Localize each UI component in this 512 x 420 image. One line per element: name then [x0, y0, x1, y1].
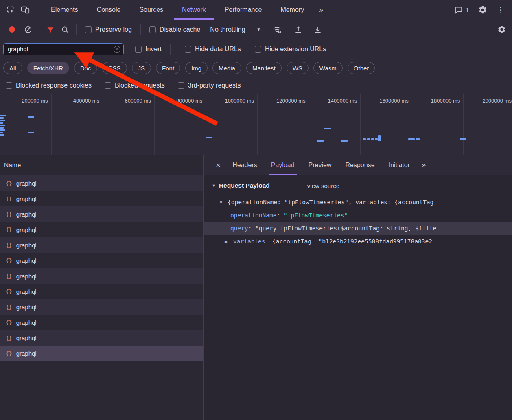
tab-preview[interactable]: Preview [309, 155, 332, 175]
request-mark [378, 135, 381, 141]
more-tabs-chevron-icon[interactable]: » [313, 0, 329, 20]
checkbox-label: 3rd-party requests [188, 82, 241, 89]
tab-console[interactable]: Console [88, 0, 130, 20]
inspect-element-icon[interactable] [3, 2, 18, 17]
invert-checkbox[interactable]: Invert [130, 46, 166, 53]
table-row[interactable]: {}graphql [0, 191, 203, 206]
type-filter-js[interactable]: JS [132, 62, 151, 74]
type-filter-media[interactable]: Media [212, 62, 241, 74]
tick-label: 1200000 ms [258, 94, 309, 155]
table-row[interactable]: {}graphql [0, 315, 203, 330]
table-row-selected[interactable]: {}graphql [0, 346, 203, 361]
payload-entry-row-selected[interactable]: query: "query ipFlowTimeseries($accountT… [204, 222, 512, 235]
device-toolbar-icon[interactable] [18, 2, 33, 17]
payload-entry-row[interactable]: ▶ variables: {accountTag: "b12e3b2192ee5… [204, 235, 512, 248]
request-mark [28, 132, 34, 133]
tab-initiator[interactable]: Initiator [389, 155, 410, 175]
checkbox-label: Blocked requests [115, 82, 165, 89]
type-filter-ws[interactable]: WS [287, 62, 309, 74]
request-name: graphql [16, 195, 37, 202]
clear-filter-icon[interactable]: × [114, 46, 120, 52]
request-mark [0, 122, 3, 124]
request-name: graphql [16, 335, 37, 341]
type-filter-fetch-xhr[interactable]: Fetch/XHR [27, 62, 69, 74]
json-key: query [230, 225, 248, 232]
blocked-response-cookies-checkbox[interactable]: Blocked response cookies [1, 82, 96, 89]
type-filter-doc[interactable]: Doc [74, 62, 97, 74]
request-mark [0, 117, 4, 119]
table-row[interactable]: {}graphql [0, 268, 203, 284]
more-tabs-chevron-icon[interactable]: » [422, 161, 426, 169]
type-filter-img[interactable]: Img [185, 62, 208, 74]
export-har-icon[interactable] [311, 22, 325, 37]
name-column-header[interactable]: Name [0, 155, 203, 175]
network-filter-input[interactable] [3, 43, 124, 55]
payload-root-row[interactable]: ▼ {operationName: "ipFlowTimeseries", va… [204, 196, 512, 209]
request-name: graphql [16, 257, 37, 264]
record-button[interactable] [9, 26, 15, 33]
request-mark [375, 138, 378, 140]
expand-caret-icon[interactable]: ▶ [225, 239, 231, 244]
table-row[interactable]: {}graphql [0, 206, 203, 222]
console-messages-button[interactable]: 1 [451, 6, 473, 14]
json-braces-icon: {} [6, 319, 12, 326]
third-party-requests-checkbox[interactable]: 3rd-party requests [173, 82, 246, 89]
table-row[interactable]: {}graphql [0, 253, 203, 268]
table-row[interactable]: {}graphql [0, 237, 203, 253]
tab-response[interactable]: Response [345, 155, 374, 175]
tab-label: Performance [225, 6, 262, 13]
table-row[interactable]: {}graphql [0, 222, 203, 237]
message-bubble-icon [455, 6, 463, 14]
settings-gear-icon[interactable] [475, 2, 490, 17]
json-braces-icon: {} [6, 258, 12, 264]
collapse-caret-icon[interactable]: ▼ [219, 200, 225, 205]
requests-table-panel: Name {}graphql {}graphql {}graphql {}gra… [0, 155, 204, 420]
preserve-log-checkbox[interactable]: Preserve log [80, 26, 137, 33]
payload-entry-row[interactable]: operationName: "ipFlowTimeseries" [204, 209, 512, 222]
section-divider [204, 248, 512, 248]
request-name: graphql [16, 288, 37, 295]
throttling-select[interactable]: No throttling ▼ [205, 26, 264, 33]
search-icon[interactable] [58, 22, 72, 37]
table-row[interactable]: {}graphql [0, 175, 203, 191]
network-settings-gear-icon[interactable] [494, 22, 509, 37]
table-row[interactable]: {}graphql [0, 299, 203, 315]
request-mark [317, 140, 324, 142]
type-filter-css[interactable]: CSS [102, 62, 127, 74]
tab-sources[interactable]: Sources [130, 0, 173, 20]
tab-memory[interactable]: Memory [271, 0, 313, 20]
disable-cache-checkbox[interactable]: Disable cache [144, 26, 206, 33]
tab-headers[interactable]: Headers [232, 155, 257, 175]
request-mark [416, 138, 420, 140]
import-har-icon[interactable] [291, 22, 306, 37]
kebab-menu-icon[interactable]: ⋮ [492, 5, 509, 15]
close-icon[interactable]: × [211, 160, 225, 170]
request-name: graphql [16, 211, 37, 218]
table-row[interactable]: {}graphql [0, 284, 203, 299]
type-filter-other[interactable]: Other [348, 62, 375, 74]
type-filter-manifest[interactable]: Manifest [246, 62, 282, 74]
tab-payload[interactable]: Payload [271, 155, 295, 175]
hide-data-urls-checkbox[interactable]: Hide data URLs [180, 46, 246, 53]
tab-network[interactable]: Network [173, 0, 215, 20]
filter-row: × Invert Hide data URLs Hide extension U… [0, 39, 512, 59]
type-filter-font[interactable]: Font [156, 62, 180, 74]
json-object-preview: {accountTag: "b12e3b2192ee5588fdad995178… [272, 238, 432, 245]
request-payload-section-header[interactable]: ▼ Request Payload view source [204, 175, 512, 196]
tab-performance[interactable]: Performance [215, 0, 271, 20]
blocked-requests-checkbox[interactable]: Blocked requests [100, 82, 170, 89]
type-filter-all[interactable]: All [3, 62, 22, 74]
filter-funnel-icon[interactable] [43, 22, 58, 37]
view-source-link[interactable]: view source [307, 182, 339, 189]
table-row[interactable]: {}graphql [0, 330, 203, 346]
type-filter-wasm[interactable]: Wasm [313, 62, 343, 74]
tab-label: Preview [309, 162, 332, 169]
waterfall-overview[interactable]: 200000 ms 400000 ms 600000 ms 800000 ms … [0, 94, 512, 155]
hide-extension-urls-checkbox[interactable]: Hide extension URLs [250, 46, 331, 53]
tick-label: 2000000 ms [464, 94, 512, 155]
tab-elements[interactable]: Elements [42, 0, 88, 20]
clear-requests-icon[interactable] [21, 22, 35, 37]
json-string-value: "query ipFlowTimeseries($accountTag: str… [255, 225, 436, 232]
tab-label: Network [182, 6, 206, 13]
network-conditions-icon[interactable] [270, 22, 284, 37]
